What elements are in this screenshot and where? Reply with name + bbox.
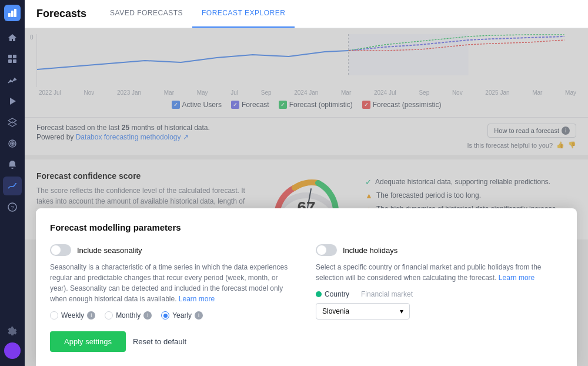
chevron-down-icon: ▾ — [400, 307, 403, 315]
modal-dialog: Forecast modelling parameters Include se… — [36, 208, 577, 366]
modal-title: Forecast modelling parameters — [50, 222, 563, 232]
svg-rect-5 — [8, 59, 12, 63]
holidays-learn-more[interactable]: Learn more — [499, 274, 534, 282]
sidebar: ? — [0, 0, 25, 366]
radio-monthly-circle — [105, 311, 113, 320]
tab-forecast-explorer[interactable]: FORECAST EXPLORER — [192, 0, 295, 28]
apply-settings-button[interactable]: Apply settings — [50, 331, 126, 352]
svg-rect-1 — [11, 11, 14, 17]
financial-option[interactable]: Financial market — [361, 290, 413, 298]
app-logo[interactable] — [4, 5, 21, 21]
radio-yearly-label: Yearly — [172, 311, 192, 320]
svg-rect-6 — [13, 59, 16, 63]
yearly-info-icon[interactable]: i — [195, 311, 203, 320]
seasonality-label: Include seasonality — [77, 246, 142, 255]
modal-overlay: Forecast modelling parameters Include se… — [25, 28, 588, 366]
country-selected-dot — [316, 291, 322, 297]
svg-rect-0 — [8, 13, 11, 17]
reset-to-default-button[interactable]: Reset to default — [133, 337, 186, 346]
country-select[interactable]: Slovenia ▾ — [316, 303, 410, 320]
seasonality-section: Include seasonality Seasonality is a cha… — [50, 244, 297, 320]
radio-yearly[interactable]: Yearly i — [161, 311, 203, 320]
financial-option-label: Financial market — [361, 290, 413, 298]
svg-text:?: ? — [11, 205, 14, 211]
sidebar-icon-target[interactable] — [3, 134, 22, 153]
nav-tabs: SAVED FORECASTS FORECAST EXPLORER — [101, 0, 295, 28]
header: Forecasts SAVED FORECASTS FORECAST EXPLO… — [25, 0, 588, 28]
country-value: Slovenia — [322, 307, 349, 315]
svg-rect-3 — [8, 55, 12, 58]
weekly-info-icon[interactable]: i — [87, 311, 95, 320]
country-section: Country Financial market Slovenia ▾ — [316, 290, 563, 320]
seasonality-description: Seasonality is a characteristic of a tim… — [50, 262, 297, 304]
svg-rect-2 — [14, 9, 16, 17]
svg-rect-4 — [13, 55, 16, 58]
radio-weekly-label: Weekly — [61, 311, 84, 320]
svg-point-10 — [12, 143, 13, 144]
sidebar-icon-home[interactable] — [3, 28, 22, 47]
seasonality-learn-more[interactable]: Learn more — [179, 295, 215, 303]
tab-saved-forecasts[interactable]: SAVED FORECASTS — [101, 0, 192, 28]
seasonality-header: Include seasonality — [50, 244, 297, 256]
sidebar-icon-chart[interactable] — [3, 71, 22, 89]
holidays-description: Select a specific country or financial m… — [316, 262, 563, 283]
radio-weekly[interactable]: Weekly i — [50, 311, 95, 320]
country-option-row: Country Financial market — [316, 290, 563, 298]
seasonality-radio-group: Weekly i Monthly i Yearly — [50, 311, 297, 320]
sidebar-icon-bell[interactable] — [3, 155, 22, 174]
radio-yearly-circle — [161, 311, 169, 320]
holidays-header: Include holidays — [316, 244, 563, 256]
holidays-toggle[interactable] — [316, 244, 337, 256]
sidebar-icon-help[interactable]: ? — [3, 198, 22, 217]
country-option[interactable]: Country — [316, 290, 349, 298]
content-area: 0 2022 Jul Nov — [25, 28, 588, 366]
country-option-label: Country — [325, 290, 349, 298]
modal-columns: Include seasonality Seasonality is a cha… — [50, 244, 563, 320]
holidays-section: Include holidays Select a specific count… — [316, 244, 563, 320]
svg-marker-7 — [10, 98, 16, 105]
radio-weekly-circle — [50, 311, 58, 320]
user-avatar[interactable] — [4, 342, 21, 359]
sidebar-icon-settings[interactable] — [3, 321, 22, 340]
monthly-info-icon[interactable]: i — [143, 311, 152, 320]
radio-monthly-label: Monthly — [116, 311, 141, 320]
sidebar-bottom — [3, 321, 22, 361]
holidays-label: Include holidays — [343, 246, 397, 255]
sidebar-icon-grid[interactable] — [3, 49, 22, 68]
seasonality-toggle[interactable] — [50, 244, 71, 256]
sidebar-icon-play[interactable] — [3, 92, 22, 111]
sidebar-icon-layers[interactable] — [3, 113, 22, 132]
radio-monthly[interactable]: Monthly i — [105, 311, 152, 320]
main-content: Forecasts SAVED FORECASTS FORECAST EXPLO… — [25, 0, 588, 366]
page-title: Forecasts — [36, 8, 86, 20]
modal-footer: Apply settings Reset to default — [50, 331, 563, 352]
sidebar-icon-forecast[interactable] — [3, 177, 22, 195]
